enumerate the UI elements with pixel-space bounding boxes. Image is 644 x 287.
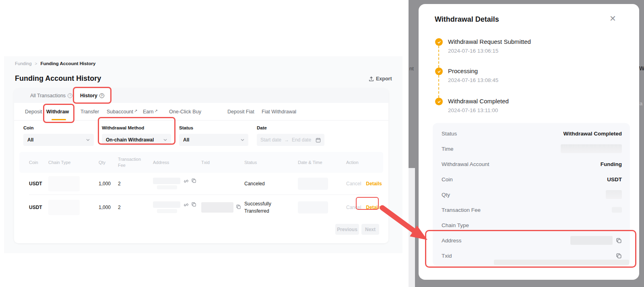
cell-address [153,177,201,191]
background-text-fragment: nt [409,66,414,72]
filter-method-label: Withdrawal Method [102,125,171,130]
cancel-link[interactable]: Cancel [346,205,361,210]
detail-label: Chain Type [442,222,469,228]
col-header-coin: Coin [29,160,48,166]
detail-row-time: Time [442,141,622,156]
calendar-icon[interactable] [316,137,321,143]
detail-row-coin: Coin USDT [442,172,622,187]
cell-fee: 2 [118,181,153,187]
export-label: Export [376,76,392,82]
redacted-address [153,201,180,208]
subtab-fiat-withdrawal[interactable]: Fiat Withdrawal [262,103,296,121]
next-button[interactable]: Next [361,224,379,235]
copy-icon[interactable] [616,238,622,244]
table-header-row: Coin Chain Type Qty Transaction Fee Addr… [19,152,383,173]
copy-icon[interactable] [236,204,241,211]
subtab-transfer[interactable]: Transfer [80,103,99,121]
copy-icon[interactable] [616,253,622,259]
export-button[interactable]: Export [369,76,388,82]
subtab-deposit[interactable]: Deposit [25,103,42,121]
subtab-label: Deposit Fiat [227,109,254,115]
active-subtab-underline [52,119,66,120]
timeline-step-label: Withdrawal Completed [448,98,509,105]
cell-txid [201,202,244,213]
cell-datetime [298,201,346,213]
tab-all-transactions[interactable]: All Transactions ? [24,88,78,103]
tab-history[interactable]: History ? [74,88,110,103]
help-icon: ? [68,93,72,98]
redacted-time [561,144,622,153]
external-link-icon: ↗ [134,109,137,113]
redacted-datetime [298,178,328,190]
check-circle-icon [435,98,443,105]
cancel-link[interactable]: Cancel [346,181,361,187]
cell-chain-type [48,200,99,215]
col-header-chain-type: Chain Type [48,160,99,166]
details-card: Status Withdrawal Completed Time Withdra… [433,123,630,266]
coin-select[interactable]: All [23,134,94,146]
breadcrumb-funding[interactable]: Funding [15,61,32,66]
breadcrumb-separator-icon: > [35,62,37,66]
subtab-earn[interactable]: Earn↗ [143,103,158,121]
subtab-label: Subaccount [107,109,133,115]
cell-qty: 1,000 [99,181,118,187]
withdrawal-method-select[interactable]: On-chain Withdrawal [102,134,171,146]
tab-all-transactions-label: All Transactions [30,93,66,98]
close-icon[interactable]: ✕ [609,14,616,23]
export-icon [369,76,374,82]
subtab-label: One-Click Buy [169,109,201,115]
link-icon[interactable] [184,178,189,184]
col-header-action: Action [346,160,378,166]
coin-select-value: All [27,137,33,143]
page-title: Funding Account History [15,74,101,83]
link-icon[interactable] [184,202,189,208]
redacted-qty [606,190,622,199]
cell-coin: USDT [29,205,48,210]
filter-date-label: Date [257,125,324,130]
details-link[interactable]: Details [366,181,382,187]
copy-icon[interactable] [191,178,196,184]
filter-coin: Coin All [23,125,94,146]
detail-label: Qty [442,192,450,198]
timeline-connector [438,75,439,98]
detail-label: Transaction Fee [442,207,481,213]
cell-action: Cancel Details [346,205,382,210]
filter-row: Coin All Withdrawal Method On-chain With… [14,121,388,149]
check-circle-icon [435,38,443,46]
col-header-datetime: Date & Time [298,160,346,166]
cell-status: Canceled [244,181,298,187]
col-header-fee: Transaction Fee [118,156,143,168]
col-header-txid: Txid [201,160,244,166]
timeline-step-time: 2024-07-16 13:11:00 [448,107,498,113]
tab-bar: All Transactions ? History ? [14,88,388,103]
cell-coin: USDT [29,181,48,187]
subtab-deposit-fiat[interactable]: Deposit Fiat [227,103,254,121]
cell-chain-type [48,176,99,191]
detail-label: Coin [442,176,453,182]
redacted-chain-type [48,176,80,191]
redacted-txid [494,260,629,265]
detail-row-address: Address [442,233,622,248]
detail-value: Funding [601,161,622,167]
subtab-label: Transfer [80,109,99,115]
date-range-picker[interactable]: Start date → End date [257,134,324,146]
start-date-placeholder[interactable]: Start date [260,137,281,143]
chevron-down-icon [241,139,244,141]
withdrawals-table: Coin Chain Type Qty Transaction Fee Addr… [19,152,383,220]
timeline-connector [438,46,439,68]
range-arrow-icon: → [284,137,289,143]
backdrop-light-strip [409,168,415,287]
breadcrumb: Funding > Funding Account History [15,61,95,66]
status-select[interactable]: All [179,134,248,146]
end-date-placeholder[interactable]: End date [292,137,311,143]
subtab-subaccount[interactable]: Subaccount↗ [107,103,137,121]
previous-button[interactable]: Previous [335,224,359,235]
detail-value: USDT [607,176,622,182]
copy-icon[interactable] [191,202,196,208]
details-link[interactable]: Details [366,205,382,210]
subtab-one-click-buy[interactable]: One-Click Buy [169,103,201,121]
table-row: USDT 1,000 2 Successfully Transferred [19,195,383,220]
subtab-label: Deposit [25,109,42,115]
subtab-withdraw[interactable]: Withdraw [46,103,69,121]
modal-title: Withdrawal Details [435,15,499,24]
